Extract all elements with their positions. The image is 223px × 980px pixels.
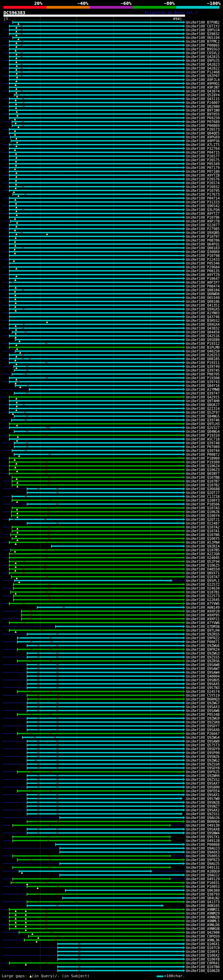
hit-label[interactable]: UniRef100_Q39745 — [186, 369, 220, 372]
hit-bar[interactable] — [10, 216, 183, 218]
hit-label[interactable]: UniRef100_A9NML5 — [186, 920, 220, 923]
alignment-row[interactable]: UniRef100_A9XP21 — [0, 617, 223, 621]
alignment-row[interactable]: UniRef100_Q9FEE4 — [0, 789, 223, 793]
hit-label[interactable]: UniRef100_Q39743 — [186, 380, 220, 384]
hit-bar[interactable] — [10, 155, 183, 157]
hit-bar[interactable] — [10, 60, 183, 61]
alignment-row[interactable]: UniRef100_Q96542 — [0, 204, 223, 208]
hit-label[interactable]: UniRef100_B6RHQ3 — [186, 698, 220, 701]
alignment-row[interactable]: UniRef100_Q9ZSS1 — [0, 812, 223, 816]
hit-label[interactable]: UniRef100_P27985 — [186, 228, 220, 231]
hit-bar[interactable] — [10, 916, 183, 918]
hit-label[interactable]: UniRef100_Q6RWD8 — [186, 293, 220, 296]
hit-label[interactable]: UniRef100_A2ZJQ0 — [186, 552, 220, 556]
hit-label[interactable]: UniRef100_A7YVW6 — [186, 621, 220, 625]
hit-bar[interactable] — [18, 790, 183, 792]
hit-label[interactable]: UniRef100_P18566 — [186, 503, 220, 506]
hit-label[interactable]: UniRef100_P10798 — [186, 254, 220, 258]
hit-bar[interactable] — [14, 595, 183, 597]
alignment-row[interactable]: UniRef100_Q9S800 — [0, 785, 223, 789]
alignment-row[interactable]: UniRef100_A9NML5 — [0, 919, 223, 923]
alignment-row[interactable]: UniRef100_Q04450 — [0, 330, 223, 334]
alignment-row[interactable]: UniRef100_Q8VX71 — [0, 571, 223, 575]
alignment-row[interactable]: UniRef100_B9T1N0 — [0, 108, 223, 112]
alignment-row[interactable]: UniRef100_P26575 — [0, 158, 223, 162]
hit-label[interactable]: UniRef100_P24007 — [186, 101, 220, 105]
alignment-row[interactable]: UniRef100_Q2QTJ1 — [0, 518, 223, 522]
hit-label[interactable]: UniRef100_Q9ZRS5 — [186, 633, 220, 636]
hit-bar[interactable] — [10, 186, 183, 188]
hit-label[interactable]: UniRef100_Q9A0X3 — [186, 851, 220, 854]
hit-label[interactable]: UniRef100_O50053 — [186, 854, 220, 858]
alignment-row[interactable]: UniRef100_Q9AUJ5 — [0, 862, 223, 865]
hit-bar[interactable] — [27, 786, 183, 788]
alignment-row[interactable]: UniRef100_Q9ZWG2 — [0, 759, 223, 762]
alignment-row[interactable]: UniRef100_Q42822 — [0, 67, 223, 70]
alignment-row[interactable]: UniRef100_Q106X2 — [0, 954, 223, 958]
alignment-row[interactable]: UniRef100_P10647 — [0, 277, 223, 280]
alignment-row[interactable]: UniRef100_Q64FQ1 — [0, 242, 223, 246]
alignment-row[interactable]: UniRef100_B9T055 — [0, 112, 223, 116]
hit-bar[interactable] — [19, 932, 183, 933]
hit-bar[interactable] — [10, 117, 183, 119]
alignment-row[interactable]: UniRef100_A6N149 — [0, 606, 223, 609]
hit-label[interactable]: UniRef100_Q9ZSK0 — [186, 721, 220, 724]
hit-label[interactable]: UniRef100_O65194 — [186, 36, 220, 40]
hit-bar[interactable] — [10, 52, 183, 54]
hit-bar[interactable] — [10, 67, 183, 69]
hit-bar[interactable] — [27, 656, 183, 658]
hit-label[interactable]: UniRef100_Q106X1 — [186, 942, 220, 946]
hit-label[interactable]: UniRef100_Q43746 — [186, 315, 220, 319]
hit-label[interactable]: UniRef100_P26577 — [186, 155, 220, 158]
hit-bar[interactable] — [10, 163, 183, 164]
hit-label[interactable]: UniRef100_A9XP20 — [186, 610, 220, 613]
hit-bar[interactable] — [10, 328, 183, 329]
alignment-row[interactable]: UniRef100_Q9ZWG6 — [0, 644, 223, 648]
alignment-row[interactable]: UniRef100_Q9SAW6 — [0, 709, 223, 713]
alignment-row[interactable]: UniRef100_Q9SAX1 — [0, 793, 223, 797]
hit-bar[interactable] — [12, 331, 183, 333]
hit-label[interactable]: UniRef100_P07179 — [186, 166, 220, 170]
alignment-row[interactable]: UniRef100_Q9XGX5 — [0, 307, 223, 311]
hit-label[interactable]: UniRef100_P07089 — [186, 445, 220, 449]
alignment-row[interactable]: UniRef100_Q107C0 — [0, 946, 223, 950]
alignment-row[interactable]: UniRef100_Q9SNZ8 — [0, 800, 223, 805]
alignment-row[interactable]: UniRef100_P19310 — [0, 434, 223, 438]
alignment-row[interactable]: UniRef100_A9PJL4 — [0, 78, 223, 82]
hit-bar[interactable] — [10, 519, 183, 520]
hit-bar[interactable] — [10, 427, 183, 428]
alignment-row[interactable]: UniRef100_Q43746 — [0, 315, 223, 319]
hit-bar[interactable] — [27, 645, 183, 646]
hit-bar[interactable] — [10, 25, 183, 27]
alignment-row[interactable]: UniRef100_A9XP95 — [0, 613, 223, 617]
hit-bar[interactable] — [10, 358, 183, 360]
hit-bar[interactable] — [27, 676, 183, 677]
hit-label[interactable]: UniRef100_Q9ZP07 — [186, 75, 220, 78]
hit-label[interactable]: UniRef100_Q9SAW7 — [186, 667, 220, 671]
hit-label[interactable]: UniRef100_P08135 — [186, 269, 220, 273]
hit-bar[interactable] — [12, 538, 183, 539]
alignment-row[interactable]: UniRef100_Q39747 — [0, 391, 223, 395]
alignment-row[interactable]: UniRef100_Q9ZSS5 — [0, 655, 223, 659]
hit-bar[interactable] — [10, 98, 183, 99]
alignment-row[interactable]: UniRef100_A9PJN7 — [0, 86, 223, 89]
hit-label[interactable]: UniRef100_P26576 — [186, 178, 220, 181]
alignment-row[interactable]: UniRef100_Q39832 — [0, 32, 223, 36]
hit-bar[interactable] — [10, 197, 183, 199]
hit-bar[interactable] — [10, 243, 183, 245]
hit-label[interactable]: UniRef100_A9PG69 — [186, 135, 220, 139]
alignment-row[interactable]: UniRef100_A9NL36 — [0, 938, 223, 942]
hit-label[interactable]: UniRef100_O22573 — [186, 595, 220, 598]
hit-bar[interactable] — [10, 469, 183, 470]
hit-label[interactable]: UniRef100_P10647 — [186, 277, 220, 280]
hit-bar[interactable] — [10, 87, 183, 88]
alignment-row[interactable]: UniRef100_Q107B8 — [0, 476, 223, 479]
hit-bar[interactable] — [12, 373, 183, 375]
hit-bar[interactable] — [10, 178, 183, 180]
alignment-row[interactable]: UniRef100_P08706 — [0, 239, 223, 242]
hit-bar[interactable] — [10, 347, 183, 348]
hit-bar[interactable] — [27, 809, 183, 811]
hit-bar[interactable] — [13, 878, 169, 880]
hit-bar[interactable] — [10, 247, 183, 248]
alignment-row[interactable]: UniRef100_Q84QE5 — [0, 131, 223, 135]
